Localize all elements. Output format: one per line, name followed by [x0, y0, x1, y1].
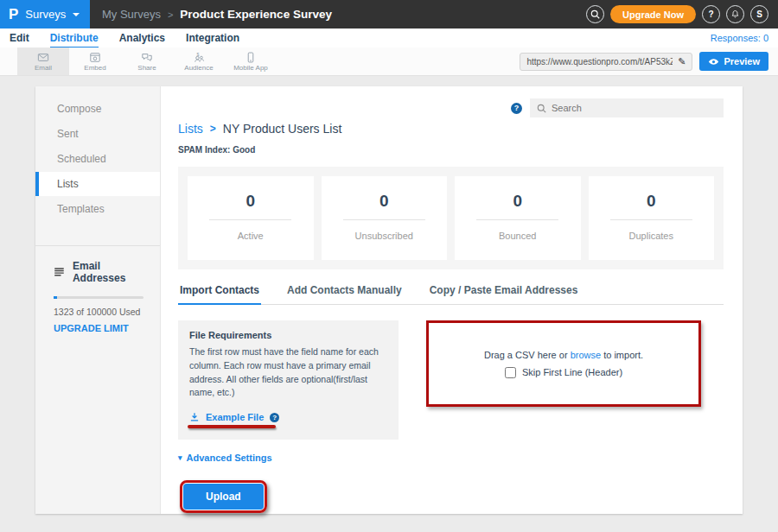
example-file-link[interactable]: Example File	[206, 412, 264, 422]
stat-label: Bounced	[455, 231, 581, 241]
stat-divider	[209, 219, 291, 220]
dropzone-prompt-suffix: to import.	[603, 350, 643, 360]
sidebar-item-lists[interactable]: Lists	[35, 172, 160, 196]
search-row: ?	[511, 98, 724, 117]
breadcrumb-separator: >	[168, 10, 173, 20]
nav-integration[interactable]: Integration	[186, 29, 239, 47]
workspace: Compose Sent Scheduled Lists Templates E…	[0, 76, 778, 514]
file-requirements-body: The first row must have the field name f…	[189, 345, 387, 400]
email-sidebar: Compose Sent Scheduled Lists Templates E…	[35, 86, 161, 514]
channel-share-label: Share	[137, 64, 156, 72]
search-button[interactable]	[586, 5, 604, 23]
nav-analytics[interactable]: Analytics	[119, 29, 165, 47]
contacts-tabs: Import Contacts Add Contacts Manually Co…	[178, 284, 724, 305]
avatar[interactable]: S	[750, 5, 768, 23]
browse-link[interactable]: browse	[571, 350, 601, 360]
channel-mobile-app[interactable]: Mobile App	[225, 48, 277, 75]
surveys-menu-label: Surveys	[25, 8, 66, 21]
list-breadcrumb: Lists > NY Product Users List	[178, 122, 724, 136]
csv-dropzone[interactable]: Drag a CSV here or browse to import. Ski…	[426, 320, 701, 407]
advanced-settings-label: Advanced Settings	[187, 453, 272, 463]
audience-icon: $	[193, 52, 205, 63]
stat-value: 0	[188, 192, 314, 211]
chevron-right-icon: >	[210, 123, 216, 135]
survey-url-text: https://www.questionpro.com/t/AP53kZgfo	[526, 57, 673, 66]
help-icon[interactable]: ?	[270, 413, 279, 422]
help-button[interactable]: ?	[702, 5, 720, 23]
surveys-menu[interactable]: P Surveys	[0, 0, 90, 28]
dropzone-prompt-prefix: Drag a CSV here or	[484, 350, 568, 360]
topbar-breadcrumb: My Surveys > Product Experience Survey	[102, 8, 332, 21]
advanced-settings-toggle[interactable]: ▾ Advanced Settings	[178, 453, 724, 463]
download-icon	[189, 412, 200, 422]
example-file-row: Example File ?	[189, 412, 279, 428]
stat-value: 0	[455, 192, 581, 211]
preview-button[interactable]: Preview	[699, 52, 768, 71]
stat-label: Active	[188, 231, 314, 241]
preview-button-label: Preview	[724, 56, 760, 66]
search-icon	[590, 10, 600, 19]
channel-email-label: Email	[35, 64, 52, 72]
list-stats: 0 Active 0 Unsubscribed 0 Bounced 0	[178, 167, 724, 269]
email-addresses-header: Email Addresses	[54, 260, 150, 284]
breadcrumb-my-surveys[interactable]: My Surveys	[102, 8, 161, 21]
sidebar-item-templates[interactable]: Templates	[35, 197, 160, 221]
channel-embed[interactable]: Embed	[69, 48, 121, 75]
bell-icon	[730, 10, 740, 19]
help-icon[interactable]: ?	[511, 103, 522, 114]
skip-first-line-label: Skip First Line (Header)	[522, 367, 622, 377]
sidebar-item-sent[interactable]: Sent	[35, 122, 160, 146]
channel-audience[interactable]: $ Audience	[173, 48, 225, 75]
tab-import-contacts[interactable]: Import Contacts	[178, 284, 261, 305]
email-distribution-card: Compose Sent Scheduled Lists Templates E…	[35, 86, 743, 514]
list-content: ? Lists > NY Product Users List SPAM Ind…	[161, 86, 743, 514]
stat-card-unsubscribed: 0 Unsubscribed	[322, 176, 448, 260]
toolbar-right: https://www.questionpro.com/t/AP53kZgfo …	[520, 48, 778, 75]
caret-down-icon: ▾	[178, 453, 182, 462]
nav-edit[interactable]: Edit	[10, 29, 29, 47]
embed-icon	[89, 52, 101, 63]
chevron-down-icon	[73, 13, 80, 16]
survey-url-field[interactable]: https://www.questionpro.com/t/AP53kZgfo …	[520, 53, 692, 71]
sidebar-item-compose[interactable]: Compose	[35, 97, 160, 121]
search-input[interactable]	[552, 103, 717, 113]
topbar-actions: Upgrade Now ? S	[586, 5, 778, 23]
upload-button[interactable]: Upload	[183, 484, 264, 510]
skip-first-line-row: Skip First Line (Header)	[505, 367, 622, 378]
responses-count[interactable]: Responses: 0	[711, 33, 768, 43]
channel-share[interactable]: Share	[121, 48, 173, 75]
skip-first-line-checkbox[interactable]	[505, 367, 516, 378]
edit-url-icon[interactable]: ✎	[678, 56, 686, 67]
stat-card-duplicates: 0 Duplicates	[589, 176, 715, 260]
dropzone-prompt: Drag a CSV here or browse to import.	[484, 350, 643, 360]
breadcrumb-lists-link[interactable]: Lists	[178, 122, 203, 136]
upgrade-limit-link[interactable]: UPGRADE LIMIT	[54, 323, 150, 333]
email-icon	[37, 52, 49, 63]
share-icon	[141, 52, 153, 63]
svg-text:$: $	[196, 52, 199, 57]
list-icon	[54, 267, 65, 277]
distribute-toolbar: Email Embed Share $ Audience Mobile App …	[0, 48, 778, 76]
tab-copy-paste-email-addresses[interactable]: Copy / Paste Email Addresses	[428, 284, 580, 305]
nav-distribute[interactable]: Distribute	[50, 29, 99, 48]
stat-card-bounced: 0 Bounced	[455, 176, 581, 260]
sidebar-item-scheduled[interactable]: Scheduled	[35, 147, 160, 171]
channel-email[interactable]: Email	[17, 48, 69, 75]
import-section: File Requirements The first row must hav…	[178, 320, 724, 440]
notifications-button[interactable]	[726, 5, 744, 23]
mobile-app-icon	[245, 52, 257, 63]
email-addresses-block: Email Addresses 1323 of 100000 Used UPGR…	[35, 246, 160, 333]
usage-progress-bar	[54, 296, 143, 299]
channel-audience-label: Audience	[184, 64, 213, 72]
usage-progress-fill	[54, 296, 57, 299]
red-annotation-underline	[188, 425, 276, 428]
file-requirements-title: File Requirements	[189, 330, 387, 340]
tab-add-contacts-manually[interactable]: Add Contacts Manually	[285, 284, 404, 305]
stat-card-active: 0 Active	[188, 176, 314, 260]
stat-divider	[610, 219, 692, 220]
stat-value: 0	[589, 192, 715, 211]
upgrade-now-button[interactable]: Upgrade Now	[610, 5, 696, 23]
current-list-name: NY Product Users List	[223, 122, 341, 136]
spam-index: SPAM Index: Good	[178, 145, 724, 155]
contact-search[interactable]	[530, 98, 724, 117]
